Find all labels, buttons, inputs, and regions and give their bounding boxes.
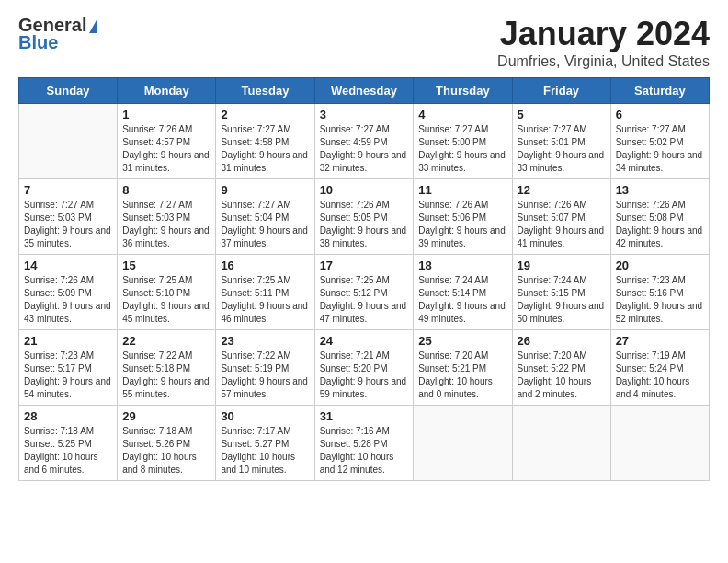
day-info: Sunrise: 7:27 AMSunset: 4:59 PMDaylight:… [320,123,409,175]
day-number: 17 [320,259,409,272]
day-info: Sunrise: 7:25 AMSunset: 5:12 PMDaylight:… [320,274,409,326]
day-cell: 3Sunrise: 7:27 AMSunset: 4:59 PMDaylight… [314,104,414,179]
day-number: 29 [122,409,210,423]
week-row-3: 14Sunrise: 7:26 AMSunset: 5:09 PMDayligh… [19,255,710,330]
day-number: 16 [221,259,309,272]
day-cell: 22Sunrise: 7:22 AMSunset: 5:18 PMDayligh… [118,330,216,406]
day-cell: 20Sunrise: 7:23 AMSunset: 5:16 PMDayligh… [610,255,709,330]
day-number: 22 [122,334,210,348]
weekday-header-thursday: Thursday [414,78,512,104]
day-cell: 1Sunrise: 7:26 AMSunset: 4:57 PMDaylight… [118,104,216,179]
day-number: 19 [518,259,606,272]
day-info: Sunrise: 7:26 AMSunset: 5:05 PMDaylight:… [320,199,409,250]
day-cell: 31Sunrise: 7:16 AMSunset: 5:28 PMDayligh… [314,406,414,481]
day-number: 5 [518,108,606,121]
day-number: 9 [221,183,309,197]
day-number: 3 [320,108,409,121]
calendar: SundayMondayTuesdayWednesdayThursdayFrid… [18,77,710,481]
weekday-header-tuesday: Tuesday [216,78,314,104]
day-info: Sunrise: 7:27 AMSunset: 4:58 PMDaylight:… [221,123,309,175]
day-number: 2 [221,108,309,121]
day-number: 12 [518,183,606,197]
day-info: Sunrise: 7:24 AMSunset: 5:14 PMDaylight:… [418,274,506,326]
weekday-header-saturday: Saturday [610,78,709,104]
title-area: January 2024 Dumfries, Virginia, United … [497,15,710,70]
day-info: Sunrise: 7:23 AMSunset: 5:17 PMDaylight:… [24,350,112,401]
day-cell: 15Sunrise: 7:25 AMSunset: 5:10 PMDayligh… [118,255,216,330]
day-cell: 8Sunrise: 7:27 AMSunset: 5:03 PMDaylight… [118,179,216,255]
week-row-1: 1Sunrise: 7:26 AMSunset: 4:57 PMDaylight… [19,104,710,179]
weekday-header-friday: Friday [512,78,610,104]
day-info: Sunrise: 7:27 AMSunset: 5:03 PMDaylight:… [24,199,112,250]
day-number: 6 [616,108,704,121]
day-number: 1 [122,108,210,121]
day-cell: 24Sunrise: 7:21 AMSunset: 5:20 PMDayligh… [314,330,414,406]
logo: General Blue [18,15,97,53]
day-cell: 27Sunrise: 7:19 AMSunset: 5:24 PMDayligh… [610,330,709,406]
day-info: Sunrise: 7:17 AMSunset: 5:27 PMDaylight:… [221,425,309,477]
day-cell [19,104,118,179]
day-info: Sunrise: 7:24 AMSunset: 5:15 PMDaylight:… [518,274,606,326]
day-number: 20 [616,259,704,272]
day-cell: 16Sunrise: 7:25 AMSunset: 5:11 PMDayligh… [216,255,314,330]
day-number: 30 [221,409,309,423]
day-info: Sunrise: 7:27 AMSunset: 5:03 PMDaylight:… [122,199,210,250]
weekday-header-monday: Monday [118,78,216,104]
day-number: 18 [418,259,506,272]
header-row: SundayMondayTuesdayWednesdayThursdayFrid… [19,78,710,104]
day-info: Sunrise: 7:21 AMSunset: 5:20 PMDaylight:… [320,350,409,401]
day-number: 11 [418,183,506,197]
day-cell: 18Sunrise: 7:24 AMSunset: 5:14 PMDayligh… [414,255,512,330]
day-number: 10 [320,183,409,197]
day-cell: 6Sunrise: 7:27 AMSunset: 5:02 PMDaylight… [610,104,709,179]
day-number: 7 [24,183,112,197]
day-cell: 25Sunrise: 7:20 AMSunset: 5:21 PMDayligh… [414,330,512,406]
day-info: Sunrise: 7:20 AMSunset: 5:21 PMDaylight:… [418,350,506,401]
day-number: 13 [616,183,704,197]
day-cell: 12Sunrise: 7:26 AMSunset: 5:07 PMDayligh… [512,179,610,255]
day-info: Sunrise: 7:19 AMSunset: 5:24 PMDaylight:… [616,350,704,401]
day-cell: 2Sunrise: 7:27 AMSunset: 4:58 PMDaylight… [216,104,314,179]
location-title: Dumfries, Virginia, United States [497,53,710,70]
day-number: 25 [418,334,506,348]
day-cell: 26Sunrise: 7:20 AMSunset: 5:22 PMDayligh… [512,330,610,406]
day-cell: 30Sunrise: 7:17 AMSunset: 5:27 PMDayligh… [216,406,314,481]
day-info: Sunrise: 7:25 AMSunset: 5:11 PMDaylight:… [221,274,309,326]
day-cell: 14Sunrise: 7:26 AMSunset: 5:09 PMDayligh… [19,255,118,330]
day-number: 31 [320,409,409,423]
day-info: Sunrise: 7:27 AMSunset: 5:02 PMDaylight:… [616,123,704,175]
day-number: 24 [320,334,409,348]
day-info: Sunrise: 7:26 AMSunset: 5:09 PMDaylight:… [24,274,112,326]
day-info: Sunrise: 7:23 AMSunset: 5:16 PMDaylight:… [616,274,704,326]
day-info: Sunrise: 7:25 AMSunset: 5:10 PMDaylight:… [122,274,210,326]
logo-blue: Blue [18,32,58,53]
day-info: Sunrise: 7:27 AMSunset: 5:01 PMDaylight:… [518,123,606,175]
day-info: Sunrise: 7:26 AMSunset: 5:06 PMDaylight:… [418,199,506,250]
day-info: Sunrise: 7:22 AMSunset: 5:19 PMDaylight:… [221,350,309,401]
day-info: Sunrise: 7:26 AMSunset: 4:57 PMDaylight:… [122,123,210,175]
day-cell: 7Sunrise: 7:27 AMSunset: 5:03 PMDaylight… [19,179,118,255]
day-cell [610,406,709,481]
day-cell: 9Sunrise: 7:27 AMSunset: 5:04 PMDaylight… [216,179,314,255]
day-cell: 17Sunrise: 7:25 AMSunset: 5:12 PMDayligh… [314,255,414,330]
day-number: 28 [24,409,112,423]
day-cell [414,406,512,481]
weekday-header-wednesday: Wednesday [314,78,414,104]
day-info: Sunrise: 7:27 AMSunset: 5:00 PMDaylight:… [418,123,506,175]
day-info: Sunrise: 7:27 AMSunset: 5:04 PMDaylight:… [221,199,309,250]
day-info: Sunrise: 7:16 AMSunset: 5:28 PMDaylight:… [320,425,409,477]
day-info: Sunrise: 7:18 AMSunset: 5:26 PMDaylight:… [122,425,210,477]
day-number: 15 [122,259,210,272]
day-info: Sunrise: 7:18 AMSunset: 5:25 PMDaylight:… [24,425,112,477]
day-info: Sunrise: 7:26 AMSunset: 5:08 PMDaylight:… [616,199,704,250]
week-row-4: 21Sunrise: 7:23 AMSunset: 5:17 PMDayligh… [19,330,710,406]
day-cell: 21Sunrise: 7:23 AMSunset: 5:17 PMDayligh… [19,330,118,406]
weekday-header-sunday: Sunday [19,78,118,104]
day-number: 14 [24,259,112,272]
day-info: Sunrise: 7:20 AMSunset: 5:22 PMDaylight:… [518,350,606,401]
day-cell: 4Sunrise: 7:27 AMSunset: 5:00 PMDaylight… [414,104,512,179]
day-cell: 10Sunrise: 7:26 AMSunset: 5:05 PMDayligh… [314,179,414,255]
logo-triangle [89,18,97,33]
day-number: 8 [122,183,210,197]
day-number: 23 [221,334,309,348]
